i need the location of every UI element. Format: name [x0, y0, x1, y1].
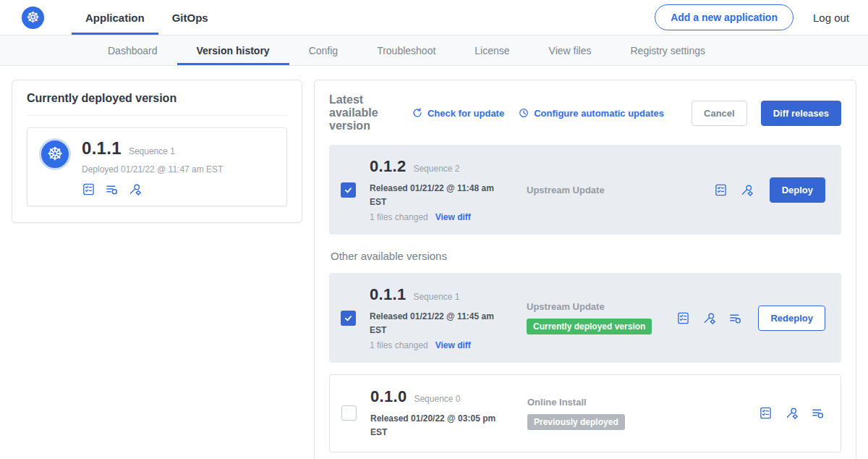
edit-config-icon[interactable] [785, 406, 799, 420]
version-details: 0.1.0 Sequence 0 Released 01/20/22 @ 03:… [370, 387, 514, 439]
source-label: Upstream Update [527, 301, 663, 312]
app-subnav: Dashboard Version history Config Trouble… [0, 35, 868, 66]
deployed-version-info: 0.1.1 Sequence 1 Deployed 01/21/22 @ 11:… [82, 138, 223, 196]
clock-icon [518, 107, 529, 119]
sequence-label: Sequence 1 [413, 292, 459, 302]
redeploy-button[interactable]: Redeploy [758, 306, 825, 331]
deployed-version-number: 0.1.1 [82, 138, 122, 159]
tab-view-files[interactable]: View files [529, 35, 611, 65]
main-content: Currently deployed version ☸ 0.1.1 Seque… [0, 66, 868, 459]
helm-wheel-glyph: ☸ [47, 145, 63, 163]
edit-config-icon[interactable] [740, 183, 754, 197]
released-timestamp: Released 01/20/22 @ 03:05 pm EST [370, 412, 506, 439]
version-line: 0.1.2 Sequence 2 [370, 157, 513, 176]
sequence-label: Sequence 0 [414, 394, 460, 404]
checkmark-icon [344, 313, 353, 323]
version-source: Upstream Update [527, 185, 700, 195]
version-history-panel: Latest available version Check for updat… [314, 80, 856, 459]
configure-updates-label: Configure automatic updates [534, 108, 664, 119]
check-for-update-link[interactable]: Check for update [412, 107, 504, 119]
files-changed-label: 1 files changed [370, 340, 428, 350]
version-line: 0.1.1 Sequence 1 [370, 285, 513, 304]
nav-gitops[interactable]: GitOps [158, 0, 222, 35]
released-timestamp: Released 01/21/22 @ 11:48 am EST [370, 182, 506, 209]
deployed-sequence-label: Sequence 1 [129, 146, 175, 156]
version-number: 0.1.1 [370, 285, 406, 304]
version-row-0-1-0: 0.1.0 Sequence 0 Released 01/20/22 @ 03:… [329, 374, 841, 452]
latest-version-title: Latest available version [329, 93, 398, 132]
deploy-logs-icon[interactable] [811, 406, 825, 420]
nav-application[interactable]: Application [72, 0, 158, 35]
deployed-actions [82, 182, 223, 196]
add-application-button[interactable]: Add a new application [655, 4, 793, 30]
preflight-checks-icon[interactable] [759, 406, 773, 420]
tab-dashboard[interactable]: Dashboard [88, 35, 177, 65]
version-actions: Redeploy [676, 306, 830, 331]
deploy-logs-icon[interactable] [105, 182, 119, 196]
tab-registry-settings[interactable]: Registry settings [610, 35, 724, 65]
edit-config-icon[interactable] [702, 311, 716, 325]
check-for-update-label: Check for update [427, 108, 504, 119]
version-number: 0.1.0 [370, 387, 407, 406]
version-row-0-1-1: 0.1.1 Sequence 1 Released 01/21/22 @ 11:… [329, 273, 841, 363]
edit-config-icon[interactable] [128, 182, 142, 196]
app-logo-icon: ☸ [39, 138, 71, 170]
deployed-timestamp: Deployed 01/21/22 @ 11:47 am EST [82, 164, 223, 174]
diff-releases-button[interactable]: Diff releases [761, 101, 841, 126]
helm-wheel-glyph: ☸ [26, 9, 40, 25]
files-changed-line: 1 files changed View diff [370, 340, 513, 350]
currently-deployed-panel: Currently deployed version ☸ 0.1.1 Seque… [12, 80, 302, 223]
version-number: 0.1.2 [370, 157, 406, 176]
cancel-button[interactable]: Cancel [692, 101, 747, 126]
version-source: Upstream Update Currently deployed versi… [527, 301, 663, 334]
deployed-version-card: ☸ 0.1.1 Sequence 1 Deployed 01/21/22 @ 1… [27, 127, 287, 206]
view-diff-link[interactable]: View diff [435, 340, 471, 350]
tab-config[interactable]: Config [289, 35, 357, 65]
source-label: Upstream Update [527, 185, 700, 195]
preflight-checks-icon[interactable] [714, 183, 728, 197]
source-label: Online Install [527, 397, 745, 408]
other-versions-title: Other available versions [331, 250, 841, 262]
checkmark-icon [344, 185, 353, 195]
logout-link[interactable]: Log out [813, 12, 849, 24]
top-nav: Application GitOps [72, 0, 222, 35]
refresh-icon [412, 107, 423, 119]
version-history-header: Latest available version Check for updat… [329, 93, 841, 132]
released-timestamp: Released 01/21/22 @ 11:45 am EST [370, 310, 506, 337]
version-details: 0.1.1 Sequence 1 Released 01/21/22 @ 11:… [370, 285, 513, 350]
version-row-0-1-2: 0.1.2 Sequence 2 Released 01/21/22 @ 11:… [329, 145, 841, 235]
version-source: Online Install Previously deployed [527, 397, 745, 430]
files-changed-label: 1 files changed [370, 212, 428, 222]
version-details: 0.1.2 Sequence 2 Released 01/21/22 @ 11:… [370, 157, 513, 222]
top-header: ☸ Application GitOps Add a new applicati… [0, 0, 868, 35]
tab-troubleshoot[interactable]: Troubleshoot [357, 35, 455, 65]
previously-deployed-badge: Previously deployed [527, 414, 625, 430]
preflight-checks-icon[interactable] [676, 311, 690, 325]
sequence-label: Sequence 2 [413, 164, 459, 174]
view-diff-link[interactable]: View diff [435, 212, 471, 222]
configure-updates-link[interactable]: Configure automatic updates [518, 107, 664, 119]
version-checkbox[interactable] [341, 405, 357, 421]
version-actions [759, 406, 829, 420]
files-changed-line: 1 files changed View diff [370, 212, 513, 222]
tab-version-history[interactable]: Version history [177, 35, 289, 65]
deployed-panel-title: Currently deployed version [27, 92, 287, 116]
version-checkbox[interactable] [341, 311, 356, 326]
deployed-version-line: 0.1.1 Sequence 1 [82, 138, 223, 159]
kubernetes-logo-icon: ☸ [22, 7, 44, 29]
version-actions: Deploy [714, 177, 830, 203]
version-checkbox[interactable] [341, 182, 356, 198]
deploy-button[interactable]: Deploy [770, 177, 825, 203]
currently-deployed-badge: Currently deployed version [527, 319, 652, 334]
version-line: 0.1.0 Sequence 0 [370, 387, 514, 406]
preflight-checks-icon[interactable] [82, 182, 95, 196]
deploy-logs-icon[interactable] [728, 311, 742, 325]
tab-license[interactable]: License [455, 35, 529, 65]
